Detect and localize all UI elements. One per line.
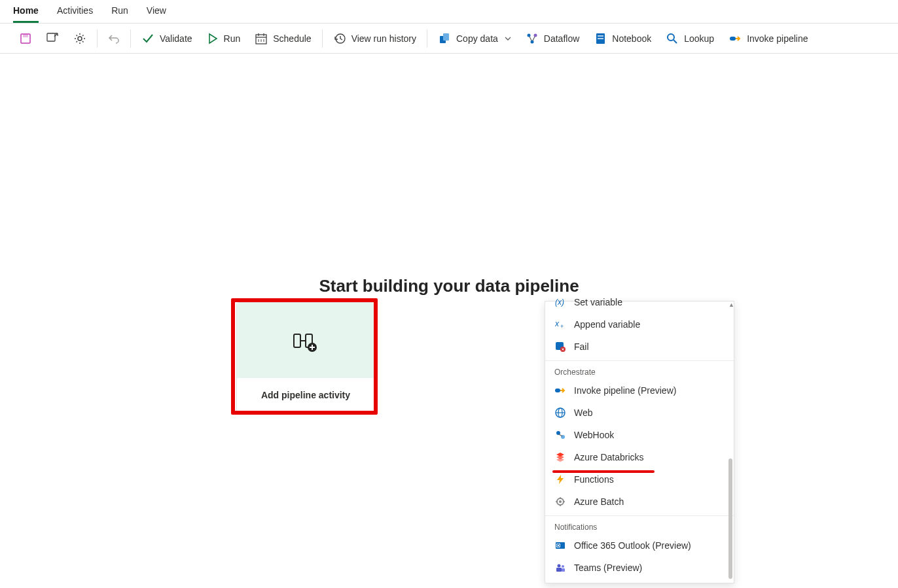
dataflow-label: Dataflow: [544, 33, 579, 44]
activity-dropdown-menu: (x) Set variable x+ Append variable Fail…: [545, 301, 734, 583]
svg-point-15: [533, 33, 537, 37]
ribbon-toolbar: Validate Run Schedule View run history C…: [0, 24, 898, 54]
schedule-button[interactable]: Schedule: [252, 28, 314, 49]
add-activity-label: Add pipeline activity: [237, 378, 374, 412]
copy-data-button[interactable]: Copy data: [435, 28, 514, 49]
svg-rect-18: [598, 35, 603, 37]
pipeline-icon: [728, 32, 742, 45]
chevron-down-icon: [505, 35, 511, 42]
svg-rect-52: [562, 568, 565, 572]
annotation-underline: [552, 470, 655, 473]
save-icon: [20, 33, 31, 44]
menu-item-label: Office 365 Outlook (Preview): [574, 540, 691, 551]
menu-item-label: Set variable: [574, 297, 622, 307]
menu-item-teams[interactable]: Teams (Preview): [545, 557, 734, 579]
invoke-pipeline-label: Invoke pipeline: [747, 33, 808, 44]
undo-icon: [108, 33, 120, 44]
svg-point-45: [559, 500, 562, 503]
validate-button[interactable]: Validate: [139, 28, 195, 49]
notebook-button[interactable]: Notebook: [591, 28, 654, 49]
svg-rect-13: [443, 33, 449, 41]
menu-item-label: Functions: [574, 474, 614, 485]
canvas-heading: Start building your data pipeline: [0, 276, 898, 296]
gear-icon: [73, 32, 86, 45]
menu-item-invoke-pipeline[interactable]: Invoke pipeline (Preview): [545, 379, 734, 402]
menu-item-azure-databricks[interactable]: Azure Databricks: [545, 446, 734, 468]
menu-scrollbar[interactable]: ▲: [728, 302, 732, 579]
notebook-icon: [594, 32, 607, 45]
save-button[interactable]: [17, 28, 34, 49]
menu-header-notifications: Notifications: [545, 515, 734, 534]
teams-icon: [554, 562, 566, 574]
copy-data-icon: [438, 32, 451, 45]
tab-activities[interactable]: Activities: [57, 5, 93, 23]
webhook-icon: [554, 429, 566, 441]
menu-item-label: Teams (Preview): [574, 562, 642, 573]
play-icon: [207, 33, 219, 44]
functions-icon: [554, 474, 566, 485]
scroll-thumb[interactable]: [728, 458, 732, 579]
menu-item-set-variable[interactable]: (x) Set variable: [545, 296, 734, 313]
check-icon: [141, 32, 154, 45]
scroll-up-arrow[interactable]: ▲: [728, 302, 732, 308]
menu-item-webhook[interactable]: WebHook: [545, 424, 734, 446]
menu-item-append-variable[interactable]: x+ Append variable: [545, 313, 734, 336]
run-label: Run: [224, 33, 241, 44]
svg-rect-38: [555, 389, 560, 392]
svg-text:+: +: [560, 323, 564, 330]
svg-point-50: [562, 565, 564, 568]
menu-item-label: WebHook: [574, 430, 614, 440]
history-icon: [333, 32, 346, 45]
svg-text:x: x: [555, 319, 560, 328]
calendar-icon: [255, 32, 268, 45]
svg-point-20: [668, 34, 674, 41]
validate-label: Validate: [160, 33, 192, 44]
variable-icon: (x): [554, 296, 566, 308]
menu-item-office365[interactable]: Office 365 Outlook (Preview): [545, 534, 734, 557]
settings-button[interactable]: [71, 28, 89, 49]
append-variable-icon: x+: [554, 319, 566, 330]
svg-line-21: [674, 40, 677, 43]
fail-icon: [554, 341, 566, 353]
svg-point-3: [78, 37, 82, 41]
dataflow-icon: [526, 32, 539, 45]
svg-rect-51: [556, 568, 562, 572]
undo-button[interactable]: [105, 28, 122, 49]
menu-item-label: Azure Batch: [574, 496, 624, 507]
schedule-label: Schedule: [273, 33, 311, 44]
copy-data-label: Copy data: [456, 33, 498, 44]
tab-run[interactable]: Run: [111, 5, 128, 23]
menu-item-fail[interactable]: Fail: [545, 336, 734, 358]
svg-rect-2: [47, 33, 55, 41]
menu-item-label: Azure Databricks: [574, 452, 644, 462]
save-as-button[interactable]: [43, 28, 62, 49]
add-activity-card[interactable]: Add pipeline activity: [236, 302, 375, 413]
lookup-button[interactable]: Lookup: [663, 28, 717, 49]
svg-rect-1: [23, 34, 28, 37]
web-icon: [554, 407, 566, 419]
notebook-label: Notebook: [612, 33, 651, 44]
pipeline-canvas[interactable]: Start building your data pipeline Add pi…: [0, 54, 898, 588]
svg-text:(x): (x): [555, 298, 564, 307]
save-as-icon: [46, 32, 59, 45]
run-button[interactable]: Run: [204, 28, 243, 49]
svg-rect-22: [730, 37, 736, 41]
tab-view[interactable]: View: [147, 5, 166, 23]
history-button[interactable]: View run history: [331, 28, 419, 49]
batch-icon: [554, 496, 566, 508]
pipeline-activity-icon: [293, 329, 319, 353]
menu-item-web[interactable]: Web: [545, 402, 734, 424]
menu-item-azure-batch[interactable]: Azure Batch: [545, 491, 734, 513]
svg-rect-19: [598, 38, 603, 39]
invoke-pipeline-button[interactable]: Invoke pipeline: [726, 28, 810, 49]
menu-item-label: Append variable: [574, 319, 640, 330]
menu-header-orchestrate: Orchestrate: [545, 360, 734, 379]
history-label: View run history: [351, 33, 416, 44]
ribbon-tabs: Home Activities Run View: [0, 0, 898, 24]
tab-home[interactable]: Home: [13, 5, 39, 23]
menu-item-label: Fail: [574, 341, 589, 352]
svg-point-16: [530, 40, 533, 43]
svg-rect-23: [294, 334, 300, 347]
svg-point-14: [527, 33, 530, 37]
dataflow-button[interactable]: Dataflow: [523, 28, 582, 49]
